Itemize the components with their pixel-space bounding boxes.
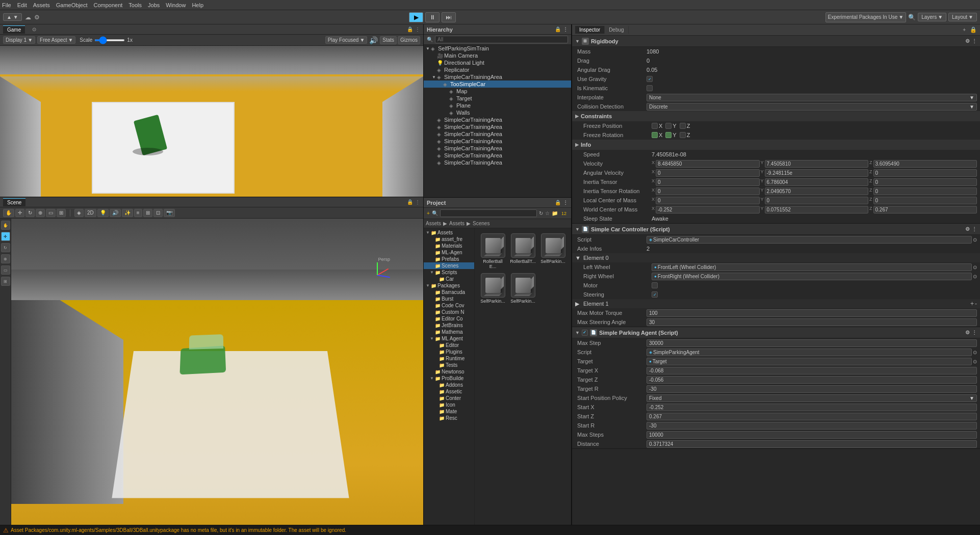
path-scenes[interactable]: Scenes [473, 221, 489, 226]
game-view-menu[interactable]: ⋮ [415, 26, 420, 32]
lcom-x-field[interactable] [656, 197, 759, 204]
pa-script-field[interactable]: ◈ SimpleParkingAgent [647, 349, 972, 356]
game-view-lock[interactable]: 🔒 [407, 26, 413, 32]
inspector-add[interactable]: + [963, 27, 966, 33]
rect-tool-side[interactable]: ▭ [1, 265, 10, 275]
project-menu[interactable]: ⋮ [563, 200, 568, 205]
project-search-input[interactable] [440, 209, 537, 217]
hierarchy-item-1[interactable]: 🎥Main Camera [424, 52, 571, 59]
project-folder-icon[interactable]: 📁 [552, 210, 558, 216]
project-tree-item-26[interactable]: 📁Icon [424, 402, 474, 408]
scale-tool[interactable]: ⊕ [36, 209, 45, 217]
menu-help[interactable]: Help [192, 2, 203, 8]
play-focused-dropdown[interactable]: Play Focused▼ [325, 36, 368, 44]
angvel-y-field[interactable] [765, 169, 868, 177]
it-y-field[interactable] [765, 178, 868, 186]
hierarchy-menu[interactable]: ⋮ [563, 26, 568, 32]
menu-component[interactable]: Component [93, 2, 122, 8]
asset-item-3[interactable]: SelfParkin... [479, 272, 507, 305]
step-button[interactable]: ⏭ [442, 12, 456, 22]
remove-element-btn[interactable]: - [975, 300, 977, 307]
mass-value[interactable]: 1080 [647, 48, 977, 55]
max-motor-torque-field[interactable] [647, 309, 977, 317]
tab-game[interactable]: Game [3, 25, 25, 34]
start-r-field[interactable] [647, 422, 977, 430]
menu-tools[interactable]: Tools [128, 2, 142, 8]
car-ctrl-dots[interactable]: ⋮ [972, 226, 977, 232]
target-x-field[interactable] [647, 367, 977, 374]
parking-agent-enabled[interactable]: ✓ [582, 330, 588, 336]
project-tree-item-0[interactable]: ▼📁Assets [424, 229, 474, 236]
project-tree-item-4[interactable]: 📁Prefabs [424, 256, 474, 262]
freeze-rot-x-check[interactable] [652, 132, 658, 138]
info-header[interactable]: ▶ Info [572, 140, 980, 150]
rotate-tool-side[interactable]: ↻ [1, 243, 10, 252]
right-wheel-target[interactable]: ⊙ [973, 274, 977, 279]
search-icon[interactable]: 🔍 [908, 14, 916, 21]
rotate-tool[interactable]: ↻ [25, 209, 35, 217]
hierarchy-item-14[interactable]: ◈SimpleCarTrainingArea [424, 145, 571, 152]
use-gravity-checkbox[interactable]: ✓ [647, 76, 653, 82]
project-refresh-icon[interactable]: ↻ [539, 210, 543, 216]
project-lock[interactable]: 🔒 [555, 200, 561, 205]
freeze-pos-y-check[interactable] [665, 123, 672, 129]
itr-x-field[interactable] [656, 188, 759, 195]
freeze-rot-y-check[interactable] [665, 132, 672, 138]
wcom-z-field[interactable] [873, 206, 977, 213]
project-tree-item-9[interactable]: 📁Barracuda [424, 289, 474, 296]
project-tree-item-22[interactable]: ▼📁ProBuilde [424, 375, 474, 382]
project-star-icon[interactable]: ☆ [545, 210, 550, 216]
account-badge[interactable]: ▲ ▼ [3, 13, 22, 21]
project-tree-item-14[interactable]: 📁JetBrains [424, 322, 474, 329]
stats-button[interactable]: Stats [380, 36, 397, 44]
freeze-pos-x-check[interactable] [652, 123, 658, 129]
target-target-btn[interactable]: ⊙ [973, 359, 977, 364]
project-search-icon[interactable]: 🔍 [432, 210, 438, 216]
project-tree-item-1[interactable]: 📁asset_fre [424, 236, 474, 243]
rigidbody-gear[interactable]: ⚙ [965, 38, 970, 44]
layout-dropdown[interactable]: Layout ▼ [948, 13, 977, 21]
menu-jobs[interactable]: Jobs [148, 2, 160, 8]
distance-field[interactable] [647, 440, 977, 448]
it-z-field[interactable] [873, 178, 977, 186]
grid-btn[interactable]: ⊞ [143, 209, 152, 217]
angular-drag-value[interactable]: 0.05 [647, 67, 977, 73]
car-ctrl-script-target[interactable]: ⊙ [973, 237, 977, 243]
rigidbody-arrow[interactable]: ▼ [575, 39, 580, 44]
asset-item-4[interactable]: SelfParkin... [509, 272, 537, 305]
max-steering-angle-field[interactable] [647, 318, 977, 326]
vel-x-field[interactable] [656, 160, 759, 168]
asset-item-0[interactable]: RollerBallE... [479, 232, 507, 270]
custom-tool-side[interactable]: ⊞ [1, 277, 10, 286]
transform-tool[interactable]: ⊞ [57, 209, 66, 217]
motor-checkbox[interactable] [652, 282, 658, 288]
hierarchy-item-12[interactable]: ◈SimpleCarTrainingArea [424, 130, 571, 138]
project-add-icon[interactable]: + [427, 210, 430, 216]
fx-btn[interactable]: ✨ [122, 209, 133, 217]
layers-dropdown[interactable]: Layers ▼ [918, 13, 946, 21]
hierarchy-item-11[interactable]: ◈SimpleCarTrainingArea [424, 123, 571, 130]
hierarchy-item-7[interactable]: ◈Target [424, 95, 571, 102]
scale-tool-side[interactable]: ⊕ [1, 254, 10, 263]
interpolate-dropdown[interactable]: None▼ [647, 94, 977, 101]
snap-btn[interactable]: ⊡ [153, 209, 163, 217]
freeze-pos-z-check[interactable] [680, 123, 686, 129]
hierarchy-item-3[interactable]: ◈Replicator [424, 66, 571, 73]
wcom-y-field[interactable] [765, 206, 868, 213]
menu-assets[interactable]: Assets [33, 2, 50, 8]
project-tree-item-3[interactable]: 📁ML-Agen [424, 249, 474, 256]
car-ctrl-script-field[interactable]: ◈ SimpleCarController [647, 236, 972, 244]
hierarchy-search-input[interactable] [435, 36, 568, 43]
project-tree-item-23[interactable]: 📁Addons [424, 382, 474, 388]
tab-inspector[interactable]: Inspector [575, 26, 605, 34]
gizmos-button[interactable]: Gizmos [398, 36, 420, 44]
collision-detection-dropdown[interactable]: Discrete▼ [647, 103, 977, 111]
light-btn[interactable]: 💡 [97, 209, 109, 217]
asset-item-2[interactable]: SelfParkin... [539, 232, 567, 270]
hand-tool-side[interactable]: ✋ [1, 221, 10, 230]
inspector-lock[interactable]: 🔒 [970, 26, 977, 33]
hierarchy-item-2[interactable]: 💡Directional Light [424, 59, 571, 66]
aspect-dropdown[interactable]: Free Aspect▼ [37, 36, 75, 44]
menu-edit[interactable]: Edit [17, 2, 27, 8]
project-tree-item-13[interactable]: 📁Editor Co [424, 315, 474, 322]
